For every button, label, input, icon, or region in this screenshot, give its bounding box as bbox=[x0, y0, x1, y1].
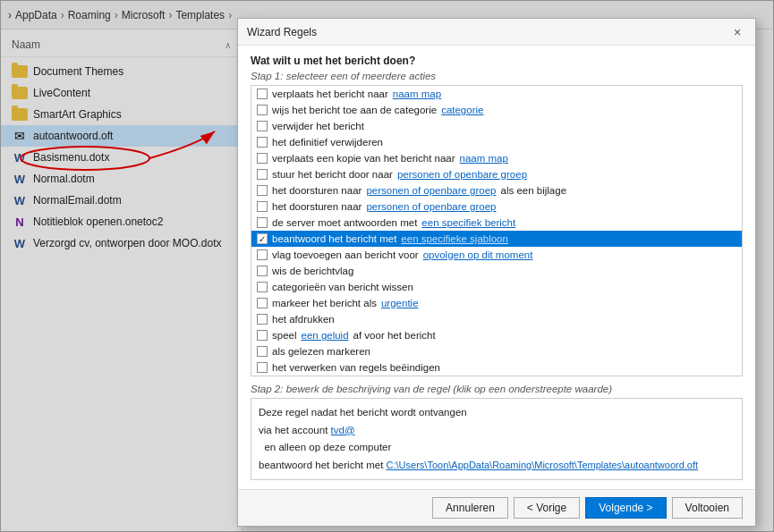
cb-item-1[interactable]: wijs het bericht toe aan de categorie ca… bbox=[251, 102, 742, 118]
dialog-close-button[interactable]: × bbox=[728, 23, 746, 41]
cb-checkbox-7[interactable] bbox=[257, 201, 268, 212]
cb-checkbox-6[interactable] bbox=[257, 185, 268, 196]
dialog-question: Wat wilt u met het bericht doen? bbox=[251, 55, 743, 67]
cb-checkbox-15[interactable] bbox=[257, 330, 268, 341]
cb-item-highlighted[interactable]: beantwoord het bericht met een specifiek… bbox=[251, 231, 742, 247]
cb-item-5[interactable]: stuur het bericht door naar personen of … bbox=[251, 166, 742, 182]
cb-item-16[interactable]: als gelezen markeren bbox=[251, 343, 742, 359]
cb-item-12[interactable]: categorieën van bericht wissen bbox=[251, 279, 742, 295]
cb-checkbox-12[interactable] bbox=[257, 282, 268, 292]
cb-item-7[interactable]: het doorsturen naar personen of openbare… bbox=[251, 198, 742, 215]
step2-label: Stap 2: bewerk de beschrijving van de re… bbox=[251, 384, 743, 394]
cb-checkbox-2[interactable] bbox=[257, 121, 268, 131]
step2-account-link[interactable]: tvd@ bbox=[331, 425, 355, 435]
dialog-body: Wat wilt u met het bericht doen? Stap 1:… bbox=[238, 46, 755, 489]
cb-checkbox-8[interactable] bbox=[257, 217, 268, 228]
cb-item-8[interactable]: de server moet antwoorden met een specif… bbox=[251, 215, 742, 231]
step2-section: Stap 2: bewerk de beschrijving van de re… bbox=[251, 384, 743, 480]
cb-item-17[interactable]: het verwerken van regels beëindigen bbox=[251, 359, 742, 376]
step2-box: Deze regel nadat het bericht wordt ontva… bbox=[251, 398, 743, 480]
cb-item-4[interactable]: verplaats een kopie van het bericht naar… bbox=[251, 150, 742, 166]
cb-checkbox-4[interactable] bbox=[257, 153, 268, 164]
step2-line-1: via het account tvd@ bbox=[259, 422, 735, 440]
dialog-title: Wizard Regels bbox=[247, 26, 317, 38]
dialog-footer: Annuleren < Vorige Volgende > Voltooien bbox=[238, 489, 755, 526]
step2-line-2: en alleen op deze computer bbox=[259, 439, 735, 457]
cb-item-10[interactable]: vlag toevoegen aan bericht voor opvolgen… bbox=[251, 247, 742, 263]
cb-checkbox-14[interactable] bbox=[257, 314, 268, 325]
cb-checkbox-16[interactable] bbox=[257, 346, 268, 357]
step2-line-0: Deze regel nadat het bericht wordt ontva… bbox=[259, 404, 735, 422]
dialog-title-bar: Wizard Regels × bbox=[238, 19, 755, 46]
cb-checkbox-10[interactable] bbox=[257, 249, 268, 260]
cancel-button[interactable]: Annuleren bbox=[432, 497, 508, 519]
checkbox-list[interactable]: verplaats het bericht naar naam map wijs… bbox=[251, 85, 743, 376]
cb-item-11[interactable]: wis de berichtvlag bbox=[251, 263, 742, 279]
cb-item-6[interactable]: het doorsturen naar personen of openbare… bbox=[251, 182, 742, 198]
finish-button[interactable]: Voltooien bbox=[672, 497, 743, 519]
step2-line-3: beantwoord het bericht met C:\Users\Toon… bbox=[259, 457, 735, 475]
cb-checkbox-0[interactable] bbox=[257, 89, 268, 99]
cb-checkbox-checked[interactable] bbox=[257, 233, 268, 244]
cb-checkbox-11[interactable] bbox=[257, 266, 268, 276]
step1-label: Stap 1: selecteer een of meerdere acties bbox=[251, 71, 743, 81]
cb-checkbox-5[interactable] bbox=[257, 169, 268, 180]
step2-path-link[interactable]: C:\Users\Toon\AppData\Roaming\Microsoft\… bbox=[387, 460, 699, 470]
cb-item-14[interactable]: het afdrukken bbox=[251, 311, 742, 327]
cb-checkbox-17[interactable] bbox=[257, 362, 268, 373]
cb-item-3[interactable]: het definitief verwijderen bbox=[251, 134, 742, 150]
wizard-dialog: Wizard Regels × Wat wilt u met het beric… bbox=[237, 18, 756, 527]
cb-item-0[interactable]: verplaats het bericht naar naam map bbox=[251, 86, 742, 102]
next-button[interactable]: Volgende > bbox=[585, 497, 666, 519]
prev-button[interactable]: < Vorige bbox=[514, 497, 580, 519]
cb-item-2[interactable]: verwijder het bericht bbox=[251, 118, 742, 134]
cb-item-13[interactable]: markeer het bericht als urgentie bbox=[251, 295, 742, 311]
cb-checkbox-3[interactable] bbox=[257, 137, 268, 148]
cb-checkbox-13[interactable] bbox=[257, 298, 268, 308]
cb-item-15[interactable]: speel een geluid af voor het bericht bbox=[251, 327, 742, 343]
cb-checkbox-1[interactable] bbox=[257, 105, 268, 115]
